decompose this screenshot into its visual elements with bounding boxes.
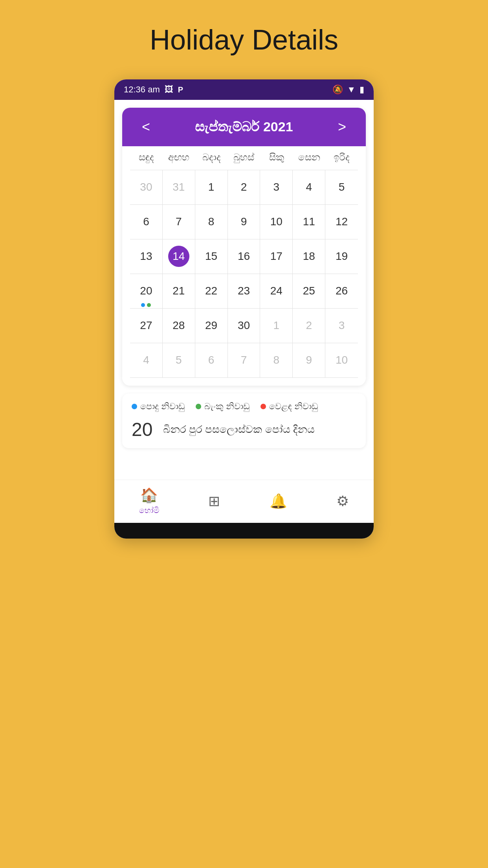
legend-mercantile: වෙළඳ නිවාඩු <box>261 401 318 412</box>
status-bar: 12:36 am 🖼 P 🔕 ▼ ▮ <box>114 79 374 100</box>
bell-mute-icon: 🔕 <box>332 85 343 95</box>
calendar-cell[interactable]: 6 <box>195 343 228 377</box>
bell-icon: 🔔 <box>270 493 287 509</box>
calendar-cell[interactable]: 25 <box>293 274 325 308</box>
legend-public: පොදු නිවාඩු <box>132 401 185 412</box>
calendar-day-number: 30 <box>233 315 254 336</box>
calendar-day-number: 11 <box>298 211 319 232</box>
calendar-cell[interactable]: 5 <box>325 170 358 204</box>
calendar-cell[interactable]: 26 <box>325 274 358 308</box>
calendar-row: 303112345 <box>130 170 358 205</box>
calendar-day-number: 7 <box>168 211 189 232</box>
prev-month-button[interactable]: < <box>138 119 154 135</box>
calendar-cell[interactable]: 10 <box>325 343 358 377</box>
calendar-day-number: 12 <box>331 211 352 232</box>
calendar-cell[interactable]: 19 <box>325 239 358 274</box>
calendar-day-number: 3 <box>266 177 287 198</box>
calendar-day-number: 26 <box>331 280 352 302</box>
calendar-cell[interactable]: 22 <box>195 274 228 308</box>
calendar-day-number: 22 <box>201 280 222 302</box>
calendar-cell[interactable]: 3 <box>325 309 358 343</box>
bottom-nav: 🏠 හෝමි ⊞ 🔔 ⚙ <box>114 480 374 523</box>
nav-home[interactable]: 🏠 හෝමි <box>131 487 167 515</box>
calendar-cell[interactable]: 28 <box>163 309 195 343</box>
calendar-day-number: 8 <box>266 349 287 371</box>
calendar-day-number: 8 <box>201 211 222 232</box>
grid-icon: ⊞ <box>208 493 220 509</box>
calendar-cell[interactable]: 11 <box>293 205 325 239</box>
calendar-day-number: 19 <box>331 246 352 267</box>
calendar-day-number: 4 <box>136 349 157 371</box>
calendar-cell[interactable]: 8 <box>195 205 228 239</box>
calendar-day-number: 25 <box>298 280 319 302</box>
calendar-cell[interactable]: 30 <box>130 170 163 204</box>
calendar-cell[interactable]: 6 <box>130 205 163 239</box>
calendar-day-number: 15 <box>201 246 222 267</box>
calendar-day-number: 29 <box>201 315 222 336</box>
legend-mercantile-label: වෙළඳ නිවාඩු <box>269 401 318 412</box>
calendar-day-number: 5 <box>331 177 352 198</box>
calendar-cell[interactable]: 4 <box>130 343 163 377</box>
calendar-cell[interactable]: 10 <box>260 205 293 239</box>
calendar-cell[interactable]: 8 <box>260 343 293 377</box>
spacer <box>114 456 374 480</box>
calendar-day-number: 6 <box>136 211 157 232</box>
calendar-day-number: 5 <box>168 349 189 371</box>
legend-section: පොදු නිවාඩු බැංකු නිවාඩු වෙළඳ නිවාඩු 20 … <box>122 394 366 448</box>
legend-dot-red <box>261 404 266 409</box>
calendar-cell[interactable]: 16 <box>228 239 261 274</box>
nav-settings[interactable]: ⚙ <box>328 493 357 509</box>
calendar-cell[interactable]: 15 <box>195 239 228 274</box>
calendar-cell[interactable]: 1 <box>260 309 293 343</box>
day-header-sat: සෙන <box>293 152 325 163</box>
calendar-day-number: 23 <box>233 280 254 302</box>
calendar-cell[interactable]: 2 <box>228 170 261 204</box>
holiday-date: 20 <box>132 419 155 440</box>
calendar-cell[interactable]: 3 <box>260 170 293 204</box>
nav-bell[interactable]: 🔔 <box>262 493 295 509</box>
calendar-cell[interactable]: 7 <box>228 343 261 377</box>
calendar-row: 27282930123 <box>130 309 358 343</box>
calendar-cell[interactable]: 20 <box>130 274 163 308</box>
event-dots <box>141 303 151 307</box>
next-month-button[interactable]: > <box>334 119 350 135</box>
legend-bank: බැංකු නිවාඩු <box>196 401 250 412</box>
blue-dot <box>141 303 145 307</box>
calendar-cell[interactable]: 12 <box>325 205 358 239</box>
status-time: 12:36 am <box>124 85 160 95</box>
status-right: 🔕 ▼ ▮ <box>332 85 364 95</box>
calendar-day-number: 2 <box>298 315 319 336</box>
calendar-cell[interactable]: 7 <box>163 205 195 239</box>
calendar-cell[interactable]: 29 <box>195 309 228 343</box>
legend-dot-green <box>196 404 201 409</box>
bottom-black-bar <box>114 523 374 539</box>
calendar-day-number: 9 <box>233 211 254 232</box>
calendar-cell[interactable]: 17 <box>260 239 293 274</box>
calendar-cell[interactable]: 2 <box>293 309 325 343</box>
calendar-cell[interactable]: 4 <box>293 170 325 204</box>
calendar-cell[interactable]: 13 <box>130 239 163 274</box>
calendar-cell[interactable]: 23 <box>228 274 261 308</box>
calendar-cell[interactable]: 31 <box>163 170 195 204</box>
calendar-cell[interactable]: 1 <box>195 170 228 204</box>
calendar-row: 45678910 <box>130 343 358 378</box>
calendar-cell[interactable]: 14 <box>163 239 195 274</box>
calendar-cell[interactable]: 21 <box>163 274 195 308</box>
calendar-cell[interactable]: 9 <box>293 343 325 377</box>
calendar-cell[interactable]: 30 <box>228 309 261 343</box>
calendar-cell[interactable]: 24 <box>260 274 293 308</box>
status-left: 12:36 am 🖼 P <box>124 85 183 95</box>
month-title: සැප්තැම්බර් 2021 <box>195 119 293 135</box>
holiday-entry: 20 බිනර පුර පසලොස්වක පෝය දිනය <box>132 419 356 440</box>
calendar-card: < සැප්තැම්බර් 2021 > සඳුද අඟහ බදාද බුහස්… <box>122 108 366 386</box>
calendar-cell[interactable]: 5 <box>163 343 195 377</box>
calendar-row: 13141516171819 <box>130 239 358 274</box>
calendar-day-number: 3 <box>331 315 352 336</box>
calendar-cell[interactable]: 18 <box>293 239 325 274</box>
calendar-day-number: 13 <box>136 246 157 267</box>
calendar-cell[interactable]: 9 <box>228 205 261 239</box>
day-header-tue: අඟහ <box>163 152 195 163</box>
calendar-cell[interactable]: 27 <box>130 309 163 343</box>
nav-grid[interactable]: ⊞ <box>200 493 228 509</box>
settings-icon: ⚙ <box>336 493 349 509</box>
